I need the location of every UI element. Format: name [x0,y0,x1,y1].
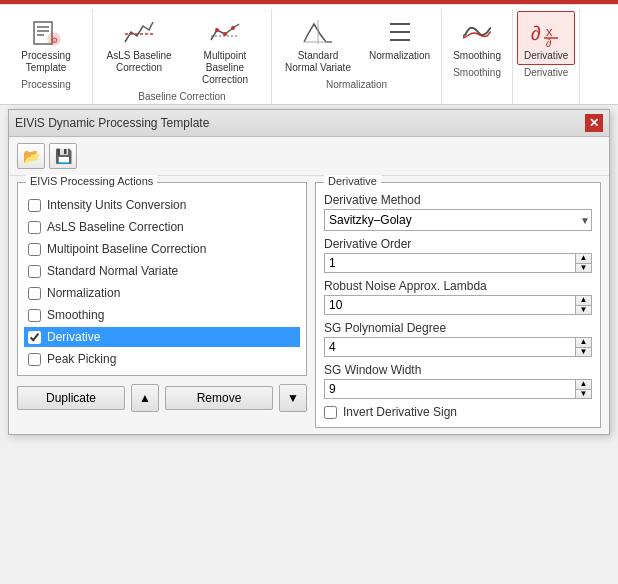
order-down-button[interactable]: ▼ [576,264,591,273]
params-group-title: Derivative [324,175,381,187]
right-panel: Derivative Derivative Method Savitzky–Go… [315,182,601,428]
dialog-toolbar: 📂 💾 [9,137,609,176]
action-item-peak-picking[interactable]: Peak Picking [24,349,300,369]
svg-text:∂: ∂ [546,37,552,49]
ribbon-group-processing: ⚙ Processing Template Processing [0,9,93,104]
dialog-close-button[interactable]: ✕ [585,114,603,132]
lambda-input[interactable]: 10 [325,296,575,314]
smoothing-button[interactable]: Smoothing [446,11,508,65]
action-label-snv: Standard Normal Variate [47,264,178,278]
svg-text:∂: ∂ [531,22,541,44]
lambda-param-row: Robust Noise Approx. Lambda 10 ▲ ▼ [324,279,592,315]
ribbon-group-baseline: AsLS Baseline Correction Multipoint Base… [93,9,272,104]
svg-point-7 [215,28,219,32]
ribbon-group-baseline-items: AsLS Baseline Correction Multipoint Base… [97,11,267,89]
poly-param-row: SG Polynomial Degree 4 ▲ ▼ [324,321,592,357]
method-param-row: Derivative Method Savitzky–Golay Finite … [324,193,592,231]
multipoint-baseline-icon [207,14,243,50]
normalization-label: Normalization [369,50,430,62]
down-arrow-icon: ▼ [287,391,299,405]
window-down-button[interactable]: ▼ [576,390,591,399]
action-checkbox-peak-picking[interactable] [28,353,41,366]
action-item-smoothing[interactable]: Smoothing [24,305,300,325]
ribbon-group-processing-label: Processing [21,77,70,92]
order-spinbox-buttons: ▲ ▼ [575,254,591,272]
derivative-button[interactable]: ∂ x ∂ Derivative [517,11,575,65]
ribbon-content: ⚙ Processing Template Processing [0,4,618,104]
derivative-params-group: Derivative Derivative Method Savitzky–Go… [315,182,601,428]
order-param-row: Derivative Order 1 ▲ ▼ [324,237,592,273]
action-checkbox-asls[interactable] [28,221,41,234]
move-down-button[interactable]: ▼ [279,384,307,412]
ribbon-group-normalization: Standard Normal Variate Normalization No… [272,9,442,104]
move-up-button[interactable]: ▲ [131,384,159,412]
order-label: Derivative Order [324,237,592,251]
open-folder-button[interactable]: 📂 [17,143,45,169]
normalization-button[interactable]: Normalization [362,11,437,77]
standard-normal-icon [300,14,336,50]
action-item-snv[interactable]: Standard Normal Variate [24,261,300,281]
lambda-down-button[interactable]: ▼ [576,306,591,315]
ribbon-group-derivative-label: Derivative [524,65,568,80]
asls-baseline-button[interactable]: AsLS Baseline Correction [97,11,181,89]
action-item-intensity[interactable]: Intensity Units Conversion [24,195,300,215]
action-checkbox-snv[interactable] [28,265,41,278]
action-label-asls: AsLS Baseline Correction [47,220,184,234]
dialog: EIViS Dynamic Processing Template ✕ 📂 💾 … [8,109,610,435]
ribbon-group-processing-items: ⚙ Processing Template [4,11,88,77]
svg-text:⚙: ⚙ [51,36,58,45]
actions-group: EIViS Processing Actions Intensity Units… [17,182,307,376]
method-select[interactable]: Savitzky–Golay Finite Differences [324,209,592,231]
derivative-icon: ∂ x ∂ [528,14,564,50]
action-label-derivative: Derivative [47,330,100,344]
ribbon-group-smoothing-items: Smoothing [446,11,508,65]
action-checkbox-normalization[interactable] [28,287,41,300]
dialog-title: EIViS Dynamic Processing Template [15,116,209,130]
remove-button[interactable]: Remove [165,386,273,410]
ribbon-group-derivative-items: ∂ x ∂ Derivative [517,11,575,65]
multipoint-baseline-button[interactable]: Multipoint Baseline Correction [183,11,267,89]
invert-sign-checkbox[interactable] [324,406,337,419]
duplicate-button[interactable]: Duplicate [17,386,125,410]
normalization-icon [382,14,418,50]
action-checkbox-intensity[interactable] [28,199,41,212]
dialog-titlebar: EIViS Dynamic Processing Template ✕ [9,110,609,137]
svg-point-8 [223,32,227,36]
window-param-row: SG Window Width 9 ▲ ▼ [324,363,592,399]
asls-baseline-label: AsLS Baseline Correction [104,50,174,74]
action-checkbox-derivative[interactable] [28,331,41,344]
save-button[interactable]: 💾 [49,143,77,169]
poly-label: SG Polynomial Degree [324,321,592,335]
action-item-normalization[interactable]: Normalization [24,283,300,303]
processing-template-label: Processing Template [11,50,81,74]
action-item-asls[interactable]: AsLS Baseline Correction [24,217,300,237]
invert-sign-row: Invert Derivative Sign [324,405,592,419]
ribbon-group-smoothing: Smoothing Smoothing [442,9,513,104]
poly-spinbox-buttons: ▲ ▼ [575,338,591,356]
poly-spinbox: 4 ▲ ▼ [324,337,592,357]
ribbon: ⚙ Processing Template Processing [0,0,618,105]
action-item-derivative[interactable]: Derivative [24,327,300,347]
ribbon-group-normalization-items: Standard Normal Variate Normalization [276,11,437,77]
actions-group-title: EIViS Processing Actions [26,175,157,187]
window-spinbox-buttons: ▲ ▼ [575,380,591,398]
poly-input[interactable]: 4 [325,338,575,356]
action-item-multipoint[interactable]: Multipoint Baseline Correction [24,239,300,259]
folder-icon: 📂 [23,148,40,164]
action-label-peak-picking: Peak Picking [47,352,116,366]
poly-down-button[interactable]: ▼ [576,348,591,357]
action-checkbox-multipoint[interactable] [28,243,41,256]
window-label: SG Window Width [324,363,592,377]
action-checkbox-smoothing[interactable] [28,309,41,322]
up-arrow-icon: ▲ [139,391,151,405]
multipoint-baseline-label: Multipoint Baseline Correction [190,50,260,86]
processing-template-button[interactable]: ⚙ Processing Template [4,11,88,77]
standard-normal-button[interactable]: Standard Normal Variate [276,11,360,77]
asls-baseline-icon [121,14,157,50]
window-input[interactable]: 9 [325,380,575,398]
order-input[interactable]: 1 [325,254,575,272]
smoothing-icon [459,14,495,50]
action-label-multipoint: Multipoint Baseline Correction [47,242,206,256]
method-label: Derivative Method [324,193,592,207]
lambda-spinbox: 10 ▲ ▼ [324,295,592,315]
